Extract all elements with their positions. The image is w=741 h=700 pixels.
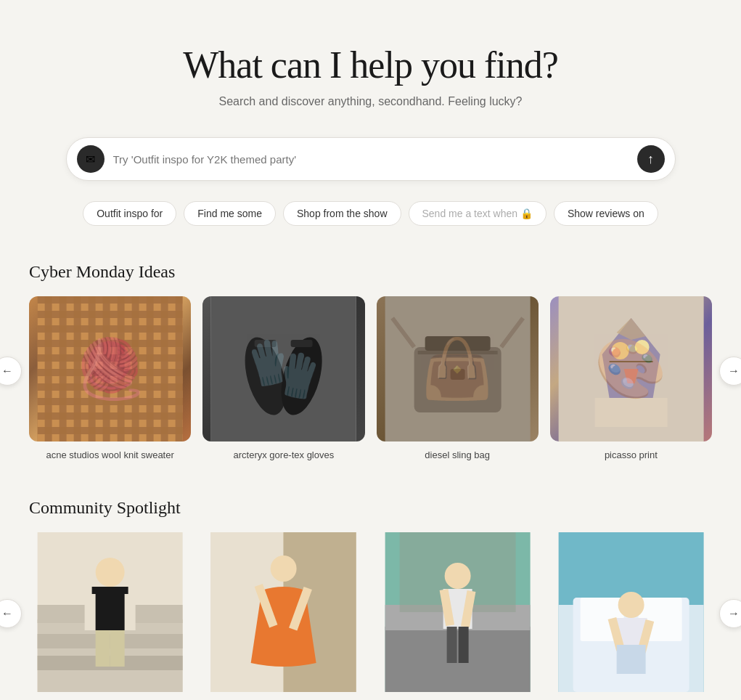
community-image-susan <box>550 532 712 692</box>
search-submit-button[interactable] <box>637 145 665 173</box>
svg-rect-8 <box>211 296 356 441</box>
svg-rect-46 <box>385 627 530 692</box>
product-item-picasso[interactable]: picasso print <box>550 296 712 462</box>
search-bar: ✉ <box>66 137 676 181</box>
svg-rect-16 <box>417 351 497 354</box>
community-image-reuben <box>29 532 191 692</box>
hero-subtitle: Search and discover anything, secondhand… <box>29 95 712 108</box>
cyber-monday-carousel: ← <box>29 296 712 462</box>
svg-rect-1 <box>38 296 183 441</box>
product-item-sweater[interactable]: 🧶 acne studios wool knit sweater <box>29 296 191 462</box>
svg-point-49 <box>444 563 470 589</box>
svg-rect-38 <box>110 630 125 667</box>
svg-rect-11 <box>255 340 277 347</box>
svg-rect-13 <box>385 296 530 441</box>
product-label-bag: diesel sling bag <box>377 449 539 462</box>
community-next-button[interactable]: → <box>719 599 741 628</box>
svg-rect-15 <box>425 336 490 351</box>
community-item-mika[interactable]: mika's picks <box>377 532 539 700</box>
page-container: What can I help you find? Search and dis… <box>0 0 741 700</box>
svg-rect-27 <box>594 398 667 427</box>
hero-title: What can I help you find? <box>29 44 712 86</box>
svg-rect-12 <box>291 340 313 347</box>
hero-section: What can I help you find? Search and dis… <box>29 44 712 108</box>
cyber-monday-section: Cyber Monday Ideas ← <box>29 262 712 462</box>
community-image-mika <box>377 532 539 692</box>
product-image-sweater: 🧶 <box>29 296 191 441</box>
svg-point-60 <box>618 592 644 618</box>
search-input[interactable] <box>113 153 637 166</box>
svg-rect-36 <box>125 594 136 630</box>
svg-rect-17 <box>450 369 464 380</box>
community-carousel: ← <box>29 532 712 700</box>
svg-point-33 <box>96 558 125 587</box>
svg-rect-37 <box>96 630 110 667</box>
svg-point-42 <box>271 555 297 582</box>
community-item-jojo[interactable]: jojo's picks <box>202 532 364 700</box>
mail-icon: ✉ <box>86 152 95 166</box>
svg-point-22 <box>611 342 629 359</box>
product-item-bag[interactable]: diesel sling bag <box>377 296 539 462</box>
svg-rect-64 <box>616 645 645 674</box>
cyber-monday-track: 🧶 acne studios wool knit sweater <box>29 296 712 462</box>
svg-rect-34 <box>92 587 128 630</box>
svg-rect-54 <box>458 627 468 663</box>
community-title: Community Spotlight <box>29 498 712 518</box>
product-label-picasso: picasso print <box>550 449 712 462</box>
search-icon-wrapper: ✉ <box>77 145 105 173</box>
product-image-gloves <box>202 296 364 441</box>
cyber-monday-next-button[interactable]: → <box>719 357 741 386</box>
cyber-monday-title: Cyber Monday Ideas <box>29 262 712 282</box>
community-item-susan[interactable]: susan's picks <box>550 532 712 700</box>
svg-text:🧶: 🧶 <box>83 339 137 391</box>
chip-find[interactable]: Find me some <box>184 201 276 226</box>
search-bar-container: ✉ <box>66 137 676 181</box>
product-image-bag <box>377 296 539 441</box>
community-image-jojo <box>202 532 364 692</box>
chip-text[interactable]: Send me a text when 🔒 <box>409 201 546 226</box>
svg-marker-24 <box>623 369 638 383</box>
product-item-gloves[interactable]: arcteryx gore-tex gloves <box>202 296 364 462</box>
community-track: reuben's picks <box>29 532 712 700</box>
community-section: Community Spotlight ← <box>29 498 712 700</box>
chip-outfit[interactable]: Outfit inspo for <box>83 201 176 226</box>
community-prev-button[interactable]: ← <box>0 599 22 628</box>
chip-reviews[interactable]: Show reviews on <box>554 201 658 226</box>
svg-point-23 <box>634 340 649 354</box>
svg-rect-14 <box>414 347 501 412</box>
suggestion-chips: Outfit inspo for Find me some Shop from … <box>29 201 712 226</box>
product-label-sweater: acne studios wool knit sweater <box>29 449 191 462</box>
cyber-monday-prev-button[interactable]: ← <box>0 357 22 386</box>
product-label-gloves: arcteryx gore-tex gloves <box>202 449 364 462</box>
svg-rect-35 <box>85 594 96 630</box>
product-image-picasso <box>550 296 712 441</box>
svg-rect-53 <box>446 627 457 663</box>
chip-shop[interactable]: Shop from the show <box>283 201 401 226</box>
community-item-reuben[interactable]: reuben's picks <box>29 532 191 700</box>
